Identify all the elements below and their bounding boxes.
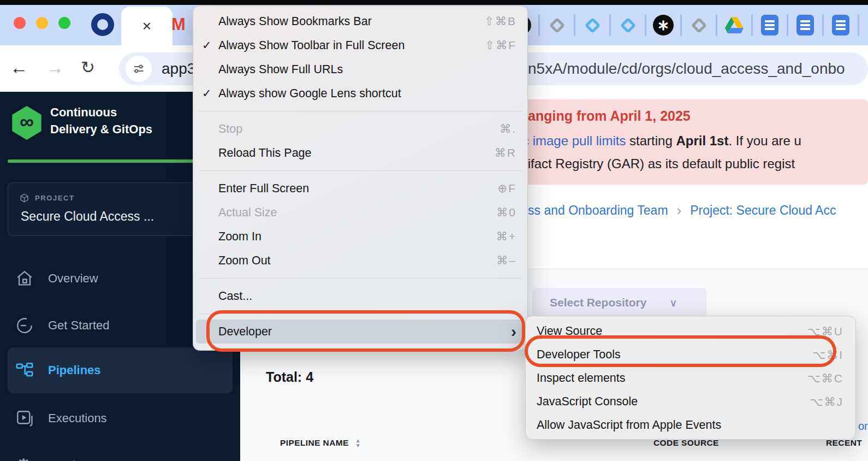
shortcut-label: ⇧⌘F bbox=[485, 39, 516, 52]
clipped-link-fragment: on bbox=[858, 420, 868, 433]
check-icon: ✓ bbox=[202, 39, 218, 52]
traffic-light-close-button[interactable] bbox=[14, 17, 26, 29]
url-text-left: app3 bbox=[162, 60, 195, 78]
tab-separator bbox=[645, 14, 646, 36]
total-count: Total: 4 bbox=[266, 369, 313, 385]
tab-separator bbox=[787, 14, 788, 36]
menu-separator bbox=[199, 170, 522, 171]
executions-icon bbox=[15, 409, 34, 428]
select-repository-dropdown[interactable]: Select Repository ∨ bbox=[532, 288, 707, 317]
banner-bold-date: April 1st bbox=[676, 133, 728, 148]
gmail-tab-icon[interactable]: M bbox=[171, 15, 186, 34]
sidebar-item-label: Get Started bbox=[48, 318, 110, 333]
view-menu-dropdown: Always Show Bookmarks Bar ⇧⌘B ✓ Always S… bbox=[193, 5, 528, 351]
column-label: PIPELINE NAME bbox=[280, 438, 349, 448]
tab-separator bbox=[538, 14, 540, 36]
back-icon[interactable]: ← bbox=[10, 56, 28, 79]
menu-item-enter-full-screen[interactable]: Enter Full Screen ⊕F bbox=[193, 176, 527, 200]
breadcrumb-project-link[interactable]: Project: Secure Cloud Acc bbox=[690, 203, 836, 218]
submenu-item-javascript-console[interactable]: JavaScript Console ⌥⌘J bbox=[526, 390, 855, 413]
breadcrumb-org-link[interactable]: ss and Onboarding Team bbox=[528, 203, 668, 218]
shortcut-label: ⌥⌘I bbox=[812, 348, 843, 362]
screenshot-canvas: × M ∗ bbox=[0, 0, 868, 461]
menu-item-stop: Stop ⌘. bbox=[193, 117, 527, 141]
developer-submenu: View Source ⌥⌘U Developer Tools ⌥⌘I Insp… bbox=[525, 316, 856, 440]
diamond-gray-favicon[interactable] bbox=[688, 15, 709, 36]
tab-separator bbox=[609, 14, 611, 36]
menu-item-zoom-in[interactable]: Zoom In ⌘+ bbox=[193, 224, 527, 249]
menu-item-always-show-toolbar-in-full-screen[interactable]: ✓ Always Show Toolbar in Full Screen ⇧⌘F bbox=[193, 33, 527, 57]
sidebar-item-services[interactable]: ⚙ Services bbox=[0, 451, 240, 461]
harness-cd-logo-icon[interactable]: ∞ bbox=[11, 106, 43, 140]
reload-icon[interactable]: ↻ bbox=[81, 56, 95, 79]
module-title-line1: Continuous bbox=[50, 104, 152, 121]
select-repository-label: Select Repository bbox=[550, 296, 646, 309]
diamond-blue-favicon[interactable] bbox=[617, 15, 638, 36]
column-header-pipeline-name[interactable]: PIPELINE NAME ▲▼ bbox=[280, 438, 361, 448]
forward-icon: → bbox=[46, 56, 64, 79]
tab-separator bbox=[716, 14, 717, 36]
tab-separator bbox=[858, 14, 859, 36]
menu-item-cast[interactable]: Cast... bbox=[193, 284, 527, 308]
shortcut-label: ⌘0 bbox=[496, 206, 516, 219]
project-name: Secure Cloud Access ... bbox=[21, 209, 154, 224]
menu-item-zoom-out[interactable]: Zoom Out ⌘– bbox=[193, 249, 527, 273]
macos-menubar-sliver bbox=[0, 0, 868, 5]
diamond-blue-favicon[interactable] bbox=[582, 15, 603, 36]
google-drive-favicon[interactable] bbox=[724, 15, 745, 36]
menu-item-actual-size: Actual Size ⌘0 bbox=[193, 200, 527, 224]
home-icon bbox=[15, 269, 34, 288]
sidebar-item-label: Pipelines bbox=[48, 363, 101, 377]
menu-item-reload-this-page[interactable]: Reload This Page ⌘R bbox=[193, 141, 527, 165]
tab-separator bbox=[574, 14, 575, 36]
sidebar-item-label: Executions bbox=[48, 411, 107, 425]
tab-separator bbox=[751, 14, 753, 36]
banner-body-line2: tifact Registry (GAR) as its default pub… bbox=[524, 156, 795, 172]
menu-separator bbox=[199, 111, 522, 111]
submenu-item-view-source[interactable]: View Source ⌥⌘U bbox=[526, 320, 855, 343]
tab-close-icon[interactable]: × bbox=[142, 19, 151, 34]
menu-item-developer[interactable]: Developer › bbox=[196, 320, 525, 344]
chatgpt-favicon[interactable]: ∗ bbox=[653, 15, 674, 36]
module-title: Continuous Delivery & GitOps bbox=[50, 104, 152, 138]
submenu-item-developer-tools[interactable]: Developer Tools ⌥⌘I bbox=[526, 343, 855, 367]
traffic-light-minimize-button[interactable] bbox=[36, 17, 48, 29]
banner-text: starting bbox=[626, 133, 676, 148]
active-tab[interactable]: × bbox=[121, 7, 173, 45]
shortcut-label: ⌥⌘U bbox=[807, 325, 843, 338]
sidebar-item-pipelines[interactable]: Pipelines bbox=[0, 356, 240, 385]
chevron-down-icon: ∨ bbox=[669, 297, 677, 309]
infinity-glyph: ∞ bbox=[20, 110, 34, 133]
menu-item-always-show-bookmarks-bar[interactable]: Always Show Bookmarks Bar ⇧⌘B bbox=[193, 9, 527, 33]
project-label: PROJECT bbox=[35, 194, 75, 202]
shortcut-label: ⌘– bbox=[496, 254, 516, 267]
menu-separator bbox=[199, 314, 522, 314]
image-pull-limits-link[interactable]: c image pull limits bbox=[522, 133, 626, 148]
shortcut-label: ⌥⌘J bbox=[810, 395, 843, 409]
banner-body-line1: c image pull limits starting April 1st. … bbox=[522, 133, 801, 149]
shortcut-label: ⌘+ bbox=[496, 230, 516, 243]
google-docs-favicon[interactable] bbox=[795, 15, 816, 36]
shrunken-tabs-row: ∗ bbox=[511, 12, 866, 38]
menu-item-always-show-full-urls[interactable]: Always Show Full URLs bbox=[193, 57, 527, 81]
submenu-item-inspect-elements[interactable]: Inspect elements ⌥⌘C bbox=[526, 367, 855, 390]
pipelines-icon bbox=[15, 361, 34, 380]
submenu-item-allow-javascript-from-apple-events[interactable]: Allow JavaScript from Apple Events bbox=[526, 413, 855, 437]
tab-favicon-ring-icon[interactable] bbox=[91, 13, 114, 36]
sidebar-item-executions[interactable]: Executions bbox=[0, 404, 240, 433]
breadcrumb: ss and Onboarding Team › Project: Secure… bbox=[528, 202, 836, 219]
tab-separator bbox=[822, 14, 824, 36]
tune-icon[interactable] bbox=[126, 56, 152, 82]
google-docs-favicon[interactable] bbox=[759, 15, 780, 36]
traffic-light-zoom-button[interactable] bbox=[58, 17, 70, 29]
google-docs-favicon[interactable] bbox=[830, 15, 851, 36]
menu-item-always-show-google-lens-shortcut[interactable]: ✓ Always show Google Lens shortcut bbox=[193, 81, 527, 105]
diamond-gray-favicon[interactable] bbox=[546, 15, 567, 36]
url-text-right: n5xA/module/cd/orgs/cloud_access_and_onb… bbox=[528, 60, 845, 78]
sort-icon[interactable]: ▲▼ bbox=[355, 438, 361, 448]
tab-separator bbox=[680, 14, 682, 36]
shortcut-label: ⌘. bbox=[500, 122, 516, 135]
banner-text: . If you are u bbox=[728, 133, 801, 148]
breadcrumb-separator: › bbox=[677, 202, 682, 219]
shortcut-label: ⌥⌘C bbox=[807, 372, 843, 385]
